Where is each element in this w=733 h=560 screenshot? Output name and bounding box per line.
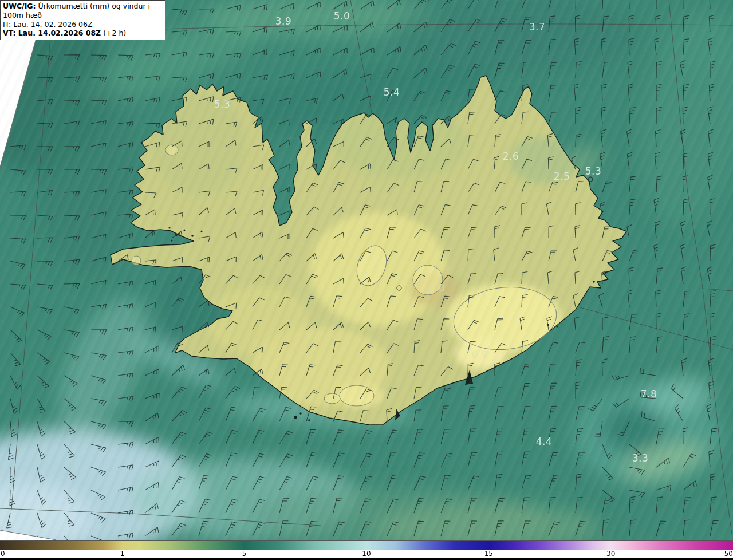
contour-label: 5.3 [585,165,602,177]
contour-label: 2.6 [503,151,519,162]
contour-label: 4.4 [536,436,553,447]
init-time-line: IT: Lau. 14. 02. 2026 06Z [3,20,162,29]
colorbar-tick: 10 [362,550,371,558]
contour-label: 3.7 [529,21,546,33]
colorbar-tick: 30 [606,550,615,558]
colorbar-tick: 1 [120,550,125,558]
contour-label: 3.9 [275,15,292,27]
bottom-border-bar [0,558,733,560]
colorbar-tick: 50 [724,550,733,558]
contour-label: 5.0 [334,10,350,22]
colorbar-tick: 15 [484,550,493,558]
contour-label: 7.8 [641,388,657,400]
contour-label: 1.0 [362,263,379,275]
title-line-model: UWC/IG: Úrkomumætti (mm) og vindur i 100… [3,2,162,20]
title-box: UWC/IG: Úrkomumætti (mm) og vindur i 100… [0,0,165,40]
contour-label: 0.8 [429,282,446,294]
valid-time-line: VT: Lau. 14.02.2026 08Z (+2 h) [3,29,162,38]
contour-label: 2.5 [554,171,570,182]
valid-time-offset: (+2 h) [101,29,126,37]
colorbar: 01510153050 [0,540,733,560]
colorbar-tick-labels: 01510153050 [0,550,733,558]
valid-time: VT: Lau. 14.02.2026 08Z [3,29,101,37]
weather-map-product: 3.95.03.75.45.32.62.55.31.00.80.97.84.43… [0,0,733,560]
contour-label: 0.9 [472,349,488,361]
colorbar-tick: 5 [242,550,247,558]
colorbar-tick: 0 [1,550,5,558]
contour-label: 5.3 [214,98,231,110]
map-canvas [0,0,733,560]
contour-label: 3.3 [632,452,649,464]
contour-label: 5.4 [384,86,400,98]
model-id: UWC/IG: [3,2,36,10]
colorbar-gradient [0,540,733,550]
